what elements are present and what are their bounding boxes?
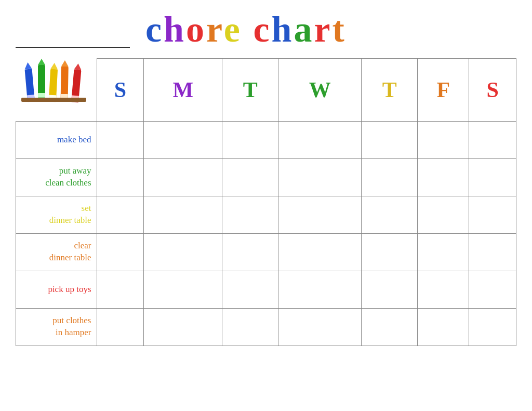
chore-cell-clear-dinner-table-day1 (144, 233, 222, 271)
chore-row-clear-dinner-table: cleardinner table (16, 233, 516, 271)
chore-cell-put-away-clean-clothes-day3 (278, 158, 362, 196)
chore-cell-make-bed-day5 (418, 121, 469, 158)
chore-cell-set-dinner-table-day1 (144, 196, 222, 233)
svg-rect-6 (38, 93, 45, 97)
crayons-cell (16, 59, 97, 122)
header: chore chart (16, 10, 516, 48)
chore-cell-set-dinner-table-day4 (362, 196, 418, 233)
chore-row-put-clothes-in-hamper: put clothesin hamper (16, 308, 516, 346)
chore-cell-pick-up-toys-day3 (278, 271, 362, 308)
chore-cell-clear-dinner-table-day3 (278, 233, 362, 271)
day-header-m1: M (144, 59, 222, 122)
title: chore chart (145, 10, 347, 48)
chore-cell-pick-up-toys-day1 (144, 271, 222, 308)
chore-cell-set-dinner-table-day5 (418, 196, 469, 233)
day-header-t2: T (222, 59, 278, 122)
chore-label-put-away-clean-clothes: put awayclean clothes (16, 158, 97, 196)
chore-cell-put-away-clean-clothes-day0 (97, 158, 144, 196)
svg-rect-14 (60, 94, 68, 98)
crayons-icon (19, 59, 91, 116)
svg-marker-1 (24, 62, 32, 69)
chore-cell-make-bed-day4 (362, 121, 418, 158)
svg-rect-12 (60, 66, 68, 98)
chore-cell-put-clothes-in-hamper-day0 (97, 308, 144, 346)
chore-cell-put-clothes-in-hamper-day5 (418, 308, 469, 346)
chore-cell-put-away-clean-clothes-day2 (222, 158, 278, 196)
chart-container: SMTWTFS make bedput awayclean clothesset… (16, 58, 516, 346)
chore-cell-make-bed-day2 (222, 121, 278, 158)
chore-cell-set-dinner-table-day6 (469, 196, 516, 233)
chore-cell-clear-dinner-table-day0 (97, 233, 144, 271)
svg-rect-4 (38, 65, 45, 97)
chore-cell-put-away-clean-clothes-day4 (362, 158, 418, 196)
chore-cell-put-away-clean-clothes-day6 (469, 158, 516, 196)
chore-cell-make-bed-day1 (144, 121, 222, 158)
chore-cell-make-bed-day6 (469, 121, 516, 158)
chore-cell-make-bed-day0 (97, 121, 144, 158)
name-line (16, 27, 130, 48)
chore-cell-put-clothes-in-hamper-day1 (144, 308, 222, 346)
day-header-s0: S (97, 59, 144, 122)
chore-cell-clear-dinner-table-day4 (362, 233, 418, 271)
chore-cell-set-dinner-table-day2 (222, 196, 278, 233)
chore-cell-pick-up-toys-day6 (469, 271, 516, 308)
svg-marker-13 (61, 60, 68, 66)
chore-cell-make-bed-day3 (278, 121, 362, 158)
chore-cell-put-away-clean-clothes-day5 (418, 158, 469, 196)
chore-cell-put-clothes-in-hamper-day2 (222, 308, 278, 346)
chore-row-set-dinner-table: setdinner table (16, 196, 516, 233)
chore-row-put-away-clean-clothes: put awayclean clothes (16, 158, 516, 196)
day-header-w3: W (278, 59, 362, 122)
chore-tbody: make bedput awayclean clothessetdinner t… (16, 121, 516, 346)
svg-rect-20 (21, 98, 86, 102)
chore-cell-clear-dinner-table-day6 (469, 233, 516, 271)
chore-cell-put-away-clean-clothes-day1 (144, 158, 222, 196)
day-header-f5: F (418, 59, 469, 122)
chore-cell-put-clothes-in-hamper-day6 (469, 308, 516, 346)
chore-label-clear-dinner-table: cleardinner table (16, 233, 97, 271)
chore-cell-clear-dinner-table-day2 (222, 233, 278, 271)
chore-row-pick-up-toys: pick up toys (16, 271, 516, 308)
day-header-s6: S (469, 59, 516, 122)
chore-cell-pick-up-toys-day4 (362, 271, 418, 308)
chore-label-pick-up-toys: pick up toys (16, 271, 97, 308)
chore-cell-pick-up-toys-day0 (97, 271, 144, 308)
header-row: SMTWTFS (16, 59, 516, 122)
svg-marker-5 (38, 59, 45, 65)
chore-cell-pick-up-toys-day2 (222, 271, 278, 308)
chore-table: SMTWTFS make bedput awayclean clothesset… (16, 58, 516, 346)
chore-cell-pick-up-toys-day5 (418, 271, 469, 308)
chore-cell-put-clothes-in-hamper-day4 (362, 308, 418, 346)
chore-cell-set-dinner-table-day3 (278, 196, 362, 233)
chore-label-set-dinner-table: setdinner table (16, 196, 97, 233)
chore-cell-clear-dinner-table-day5 (418, 233, 469, 271)
svg-marker-9 (50, 62, 58, 69)
chore-label-make-bed: make bed (16, 121, 97, 158)
chore-cell-put-clothes-in-hamper-day3 (278, 308, 362, 346)
page: chore chart (0, 0, 532, 411)
chore-cell-set-dinner-table-day0 (97, 196, 144, 233)
svg-marker-17 (74, 63, 82, 70)
chore-label-put-clothes-in-hamper: put clothesin hamper (16, 308, 97, 346)
day-header-t4: T (362, 59, 418, 122)
chore-row-make-bed: make bed (16, 121, 516, 158)
